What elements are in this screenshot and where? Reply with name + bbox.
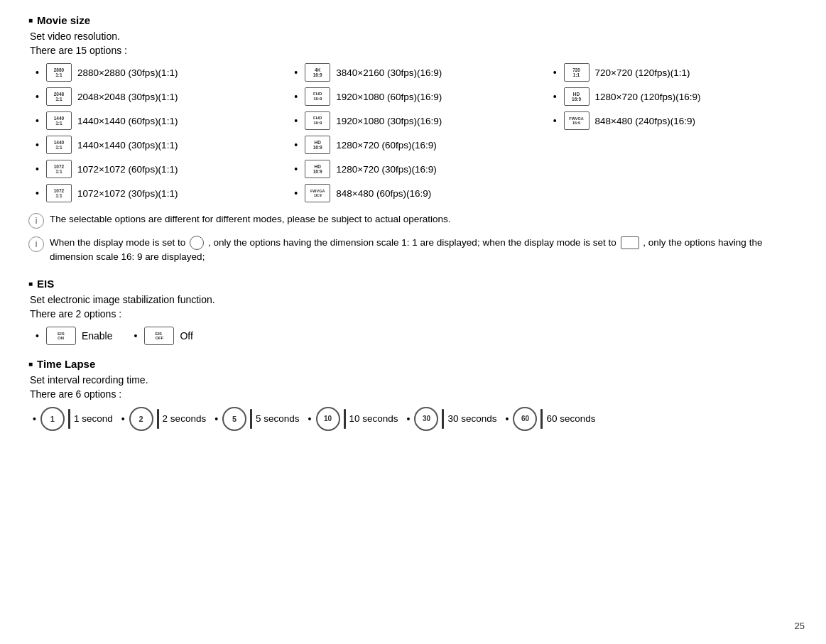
tl-divider: [157, 409, 159, 429]
movie-size-title: Movie size: [28, 14, 798, 26]
movie-item: • 14401:1 1440×1440 (30fps)(1:1): [36, 136, 280, 154]
movie-size-grid: • 28801:1 2880×2880 (30fps)(1:1) • 20481…: [36, 63, 798, 202]
movie-item: • 28801:1 2880×2880 (30fps)(1:1): [36, 63, 280, 82]
tl-icon-10: 10: [316, 407, 340, 431]
movie-item: • HD16:9 1280×720 (120fps)(16:9): [553, 87, 798, 106]
eis-off-icon: EISOFF: [144, 327, 174, 345]
movie-col2: • 4K16:9 3840×2160 (30fps)(16:9) • FHD16…: [294, 63, 538, 202]
movie-size-note2: i When the display mode is set to , only…: [28, 236, 798, 265]
movie-size-options-count: There are 15 options :: [30, 45, 798, 56]
eis-items: • EISON Enable • EISOFF Off: [36, 327, 798, 345]
movie-item: • 14401:1 1440×1440 (60fps)(1:1): [36, 111, 280, 130]
movie-item: • FHD16:9 1920×1080 (60fps)(16:9): [294, 87, 538, 106]
movie-item: • FWVGA16:9 848×480 (240fps)(16:9): [553, 111, 798, 130]
movie-item: • 20481:1 2048×2048 (30fps)(1:1): [36, 87, 280, 106]
movie-item: • 10721:1 1072×1072 (60fps)(1:1): [36, 160, 280, 178]
eis-section: EIS Set electronic image stabilization f…: [28, 278, 798, 345]
info-icon: i: [28, 213, 44, 229]
eis-options-count: There are 2 options :: [30, 308, 798, 320]
round-mode-icon: [190, 236, 204, 250]
eis-on-icon: EISON: [46, 327, 76, 345]
movie-item: • 7201:1 720×720 (120fps)(1:1): [553, 63, 798, 82]
note1-text: The selectable options are different for…: [50, 212, 451, 227]
tl-icon-30: 30: [414, 407, 438, 431]
eis-item-enable: • EISON Enable: [36, 327, 113, 345]
timelapse-item-1s: • 1 1 second: [33, 407, 113, 431]
tl-icon-5: 5: [222, 407, 246, 431]
timelapse-item-30s: • 30 30 seconds: [407, 407, 497, 431]
time-lapse-options-count: There are 6 options :: [30, 388, 798, 400]
movie-item: • 4K16:9 3840×2160 (30fps)(16:9): [294, 63, 538, 82]
rect-mode-icon: [621, 236, 639, 249]
timelapse-item-60s: • 60 60 seconds: [506, 407, 596, 431]
time-lapse-title: Time Lapse: [28, 358, 798, 370]
movie-item: • 10721:1 1072×1072 (30fps)(1:1): [36, 184, 280, 202]
eis-item-off: • EISOFF Off: [134, 327, 193, 345]
movie-size-section: Movie size Set video resolution. There a…: [28, 14, 798, 265]
eis-desc: Set electronic image stabilization funct…: [30, 294, 798, 305]
tl-icon-2: 2: [129, 407, 153, 431]
movie-item: • FWVGA16:9 848×480 (60fps)(16:9): [294, 184, 538, 202]
time-lapse-desc: Set interval recording time.: [30, 374, 798, 386]
eis-title: EIS: [28, 278, 798, 290]
tl-divider: [540, 409, 543, 429]
movie-item: • FHD16:9 1920×1080 (30fps)(16:9): [294, 111, 538, 130]
tl-divider: [344, 409, 346, 429]
tl-icon-1: 1: [40, 407, 65, 431]
tl-divider: [442, 409, 444, 429]
movie-col3: • 7201:1 720×720 (120fps)(1:1) • HD16:9 …: [553, 63, 798, 202]
movie-size-desc: Set video resolution.: [30, 31, 798, 42]
tl-divider: [250, 409, 252, 429]
tl-divider: [68, 409, 70, 429]
page-number: 25: [795, 621, 805, 631]
movie-item: • HD16:9 1280×720 (30fps)(16:9): [294, 160, 538, 178]
timelapse-item-10s: • 10 10 seconds: [308, 407, 398, 431]
timelapse-items: • 1 1 second • 2 2 seconds • 5 5 seconds…: [33, 407, 798, 431]
timelapse-item-2s: • 2 2 seconds: [121, 407, 206, 431]
time-lapse-section: Time Lapse Set interval recording time. …: [28, 358, 798, 431]
movie-size-note1: i The selectable options are different f…: [28, 212, 798, 229]
movie-col1: • 28801:1 2880×2880 (30fps)(1:1) • 20481…: [36, 63, 280, 202]
info-icon2: i: [28, 236, 44, 252]
note2-text: When the display mode is set to , only t…: [50, 236, 798, 265]
timelapse-item-5s: • 5 5 seconds: [214, 407, 299, 431]
movie-item: • HD16:9 1280×720 (60fps)(16:9): [294, 136, 538, 154]
tl-icon-60: 60: [513, 407, 537, 431]
